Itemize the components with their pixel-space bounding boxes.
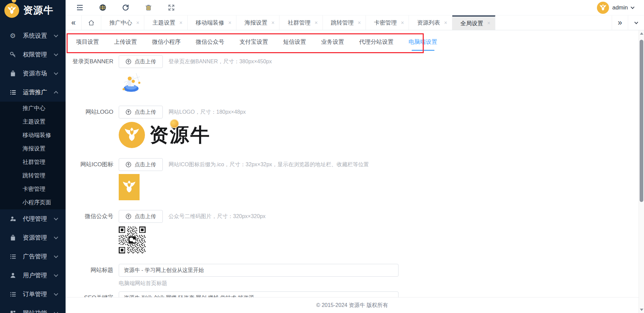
tabs-scroll-left-button[interactable]: « xyxy=(66,15,82,30)
settings-tab-agent-substation[interactable]: 代理分站设置 xyxy=(359,38,393,51)
ico-preview-image xyxy=(119,174,140,200)
chevron-down-icon xyxy=(54,33,58,37)
close-icon[interactable]: × xyxy=(487,21,490,26)
sidebar-item-resource-market[interactable]: 资源市场 xyxy=(0,64,66,83)
sidebar-item-site-features[interactable]: 网站功能 xyxy=(0,304,66,313)
list-icon xyxy=(9,89,16,96)
scrollbar-thumb[interactable] xyxy=(640,40,643,202)
settings-tab-pc[interactable]: 电脑端设置 xyxy=(409,38,437,51)
bag-icon xyxy=(9,234,16,241)
field-hint: 公众号二维码图片，尺寸：320px×320px xyxy=(168,213,266,220)
form-row-site-logo: 网站LOGO 点击上传 网站LOGO，尺寸：180px×48px xyxy=(66,106,644,148)
tabs-menu-button[interactable] xyxy=(628,15,644,30)
form-row-site-title: 网站标题 电脑端网站首页标题 xyxy=(66,264,644,287)
sidebar-item-users[interactable]: 用户管理 xyxy=(0,266,66,285)
sidebar: 资源牛 ⚙ 系统设置 权限管理 资源市场 xyxy=(0,0,66,313)
chevron-down-icon xyxy=(54,310,58,313)
tab-theme-settings[interactable]: 主题设置× xyxy=(144,15,187,30)
settings-tab-sms[interactable]: 短信设置 xyxy=(283,38,306,51)
tab-community[interactable]: 社群管理× xyxy=(279,15,323,30)
upload-banner-button[interactable]: 点击上传 xyxy=(119,55,163,68)
bag-icon xyxy=(9,70,16,77)
sidebar-submenu-operations: 推广中心 主题设置 移动端装修 海报设置 社群管理 跳转管理 卡密管理 小程序页… xyxy=(0,102,66,209)
tab-resource-list[interactable]: 资源列表× xyxy=(409,15,452,30)
key-icon xyxy=(9,51,16,58)
close-icon[interactable]: × xyxy=(136,20,139,26)
globe-icon[interactable] xyxy=(99,4,107,12)
close-icon[interactable]: × xyxy=(358,20,361,26)
user-name: admin xyxy=(612,4,628,11)
sidebar-item-system-settings[interactable]: ⚙ 系统设置 xyxy=(0,26,66,45)
qr-code-image xyxy=(119,226,146,254)
close-icon[interactable]: × xyxy=(228,20,231,26)
sidebar-item-redirect[interactable]: 跳转管理 xyxy=(0,169,66,182)
upload-icon xyxy=(125,59,131,65)
sidebar-item-operations[interactable]: 运营推广 xyxy=(0,83,66,102)
chevron-down-icon xyxy=(54,254,58,258)
sidebar-item-resource-mgmt[interactable]: 资源管理 xyxy=(0,228,66,247)
upload-qr-button[interactable]: 点击上传 xyxy=(119,210,163,223)
header-bar: admin xyxy=(66,0,644,15)
tab-poster-settings[interactable]: 海报设置× xyxy=(236,15,279,30)
settings-form: 登录页BANNER 点击上传 登录页左侧BANNER，尺寸：380px×450p… xyxy=(66,54,644,313)
settings-tab-project[interactable]: 项目设置 xyxy=(76,38,99,51)
sidebar-item-permissions[interactable]: 权限管理 xyxy=(0,45,66,64)
brand[interactable]: 资源牛 xyxy=(0,0,66,21)
user-menu[interactable]: admin xyxy=(597,2,634,14)
upload-icon xyxy=(125,109,131,115)
settings-tab-alipay[interactable]: 支付宝设置 xyxy=(239,38,268,51)
sidebar-item-mobile-decor[interactable]: 移动端装修 xyxy=(0,129,66,142)
settings-tab-wechat-official[interactable]: 微信公众号 xyxy=(196,38,224,51)
scroll-up-arrow-icon[interactable] xyxy=(640,32,643,35)
vertical-scrollbar[interactable] xyxy=(639,30,644,313)
settings-tab-upload[interactable]: 上传设置 xyxy=(114,38,137,51)
form-row-ico: 网站ICO图标 点击上传 网站ICO图标后缀为.ico，尺寸：32px×32px… xyxy=(66,158,644,200)
sidebar-item-orders[interactable]: 订单管理 xyxy=(0,285,66,304)
main-area: admin « 推广中心× 主题设置× 移动端装修× 海报设置× 社群管理× 跳… xyxy=(66,0,644,313)
upload-icon xyxy=(125,213,131,219)
field-hint: 网站LOGO，尺寸：180px×48px xyxy=(168,109,246,116)
field-hint: 电脑端网站首页标题 xyxy=(119,280,644,287)
tab-redirect[interactable]: 跳转管理× xyxy=(323,15,366,30)
site-title-input[interactable] xyxy=(119,264,399,277)
chevron-down-icon xyxy=(634,20,638,24)
fullscreen-icon[interactable] xyxy=(167,4,175,12)
sidebar-item-community[interactable]: 社群管理 xyxy=(0,155,66,169)
chevron-down-icon xyxy=(54,71,58,75)
close-icon[interactable]: × xyxy=(401,20,404,26)
coin-icon xyxy=(170,119,179,128)
sidebar-item-promotion-center[interactable]: 推广中心 xyxy=(0,102,66,115)
sidebar-item-card-keys[interactable]: 卡密管理 xyxy=(0,182,66,196)
close-icon[interactable]: × xyxy=(179,20,182,26)
home-tab[interactable] xyxy=(82,15,101,30)
tabbar-spacer xyxy=(495,15,612,30)
trash-icon[interactable] xyxy=(144,4,152,12)
sidebar-item-theme-settings[interactable]: 主题设置 xyxy=(0,115,66,129)
tab-card-keys[interactable]: 卡密管理× xyxy=(366,15,409,30)
sidebar-item-ads[interactable]: 广告管理 xyxy=(0,247,66,266)
collapse-sidebar-icon[interactable] xyxy=(76,4,84,12)
tab-promotion-center[interactable]: 推广中心× xyxy=(101,15,144,30)
form-row-wechat-qr: 微信公众号 点击上传 公众号二维码图片，尺寸：320px×320px xyxy=(66,210,644,254)
close-icon[interactable]: × xyxy=(271,20,274,26)
settings-tab-wechat-miniprogram[interactable]: 微信小程序 xyxy=(152,38,181,51)
refresh-icon[interactable] xyxy=(121,4,129,12)
chevron-down-icon xyxy=(54,52,58,56)
tab-global-settings[interactable]: 全局设置× xyxy=(452,15,495,30)
copyright-footer: © 2015-2024 资源牛 版权所有 xyxy=(66,297,639,313)
sidebar-item-poster-settings[interactable]: 海报设置 xyxy=(0,142,66,155)
settings-tab-business[interactable]: 业务设置 xyxy=(321,38,344,51)
sidebar-item-agents[interactable]: 代理管理 xyxy=(0,209,66,228)
tabs-scroll-right-button[interactable]: » xyxy=(612,15,628,30)
settings-tabs: 项目设置 上传设置 微信小程序 微信公众号 支付宝设置 短信设置 业务设置 代理… xyxy=(66,30,644,54)
user-icon xyxy=(9,272,16,279)
upload-logo-button[interactable]: 点击上传 xyxy=(119,106,163,118)
banner-preview-image xyxy=(120,71,144,96)
scroll-down-arrow-icon[interactable] xyxy=(640,309,643,311)
sidebar-item-miniprogram-pages[interactable]: 小程序页面 xyxy=(0,196,66,209)
close-icon[interactable]: × xyxy=(444,20,447,26)
tab-mobile-decor[interactable]: 移动端装修× xyxy=(188,15,236,30)
close-icon[interactable]: × xyxy=(314,20,317,26)
upload-ico-button[interactable]: 点击上传 xyxy=(119,158,163,171)
chevron-down-icon xyxy=(631,5,634,9)
